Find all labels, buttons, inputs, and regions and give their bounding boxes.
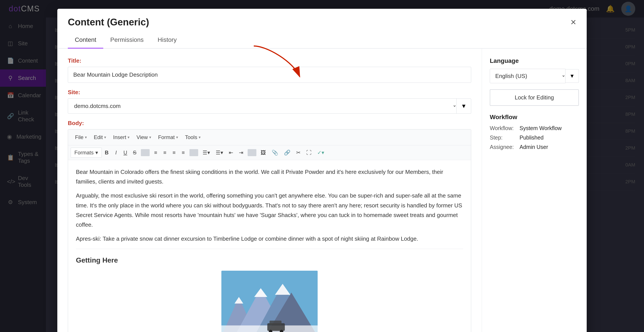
rte-media-button[interactable]: 📎 <box>269 148 281 157</box>
rte-paragraph-2: Arguably, the most exclusive ski resort … <box>76 191 463 230</box>
rte-unlink-button[interactable]: ✂ <box>294 148 303 157</box>
chevron-down-icon: ▾ <box>96 149 98 156</box>
rte-toolbar: Formats ▾ B I U S ≡ ≡ ≡ ≡ ☰▾ <box>68 145 471 160</box>
rte-outdent-button[interactable]: ⇤ <box>226 148 236 157</box>
rte-menubar: File ▾ Edit ▾ Insert ▾ View <box>68 129 471 145</box>
workflow-row-assignee: Assignee: Admin User <box>490 144 579 150</box>
rte-ordered-list-button[interactable]: ☰▾ <box>213 148 226 157</box>
assignee-value: Admin User <box>520 144 548 150</box>
chevron-down-icon: ▾ <box>85 135 87 140</box>
title-field-group: Title: <box>68 57 471 89</box>
lock-for-editing-button[interactable]: Lock for Editing <box>490 89 579 106</box>
site-field-label: Site: <box>68 89 471 96</box>
language-select-wrapper: English (US) ▼ <box>490 69 579 83</box>
tab-content[interactable]: Content <box>68 32 103 49</box>
rich-text-editor: File ▾ Edit ▾ Insert ▾ View <box>68 129 471 332</box>
rte-align-left-button[interactable]: ≡ <box>152 148 160 157</box>
step-label: Step: <box>490 134 516 141</box>
language-section-title: Language <box>490 57 579 64</box>
site-select-row: demo.dotcms.com ▼ <box>68 98 471 114</box>
rte-paragraph-1: Bear Mountain in Colorado offers the fin… <box>76 167 463 186</box>
chevron-down-icon: ▾ <box>104 135 106 140</box>
rte-menu-format[interactable]: Format ▾ <box>155 132 182 142</box>
modal-tabs: Content Permissions History <box>57 32 587 49</box>
rte-strikethrough-button[interactable]: S <box>130 148 139 157</box>
rte-underline-button[interactable]: U <box>121 148 130 157</box>
modal-title: Content (Generic) <box>68 17 149 28</box>
workflow-value: System Workflow <box>520 125 562 131</box>
rte-menu-insert[interactable]: Insert ▾ <box>110 132 133 142</box>
language-arrow-icon[interactable]: ▼ <box>566 69 579 83</box>
form-area: Title: Site: demo.dotcms.com ▼ Body: <box>57 49 482 332</box>
rte-align-justify-button[interactable]: ≡ <box>179 148 188 157</box>
rte-link-button[interactable]: 🔗 <box>281 148 293 157</box>
tab-history[interactable]: History <box>151 32 184 49</box>
workflow-row-step: Step: Published <box>490 134 579 141</box>
rte-image-container <box>76 271 463 332</box>
modal-header: Content (Generic) × <box>57 9 587 32</box>
rte-italic-button[interactable]: I <box>112 148 120 157</box>
content-sidebar-panel: Language English (US) ▼ Lock for Editing… <box>482 49 587 332</box>
chevron-down-icon: ▾ <box>128 135 130 140</box>
rte-paragraph-3: Apres-ski: Take a private snow cat dinne… <box>76 234 463 244</box>
svg-rect-10 <box>270 321 282 325</box>
rte-spellcheck-button[interactable]: ✓▾ <box>314 148 327 157</box>
chevron-down-icon: ▾ <box>198 135 200 140</box>
rte-content-area[interactable]: Bear Mountain in Colorado offers the fin… <box>68 160 471 332</box>
rte-fullscreen-button[interactable]: ⛶ <box>304 148 314 157</box>
workflow-label: Workflow: <box>490 125 516 131</box>
toolbar-separator <box>190 149 198 156</box>
title-input[interactable] <box>68 67 471 83</box>
chevron-down-icon: ▾ <box>176 135 178 140</box>
tab-permissions[interactable]: Permissions <box>103 32 150 49</box>
assignee-label: Assignee: <box>490 144 516 150</box>
modal-body: Title: Site: demo.dotcms.com ▼ Body: <box>57 49 587 332</box>
step-value: Published <box>520 134 544 141</box>
workflow-section-title: Workflow <box>490 114 579 121</box>
site-field-group: Site: demo.dotcms.com ▼ <box>68 89 471 114</box>
body-field-group: Body: File ▾ Edit ▾ Insert <box>68 120 471 332</box>
body-field-label: Body: <box>68 120 471 127</box>
modal-close-button[interactable]: × <box>570 17 576 27</box>
rte-menu-file[interactable]: File ▾ <box>72 132 90 142</box>
rte-menu-tools[interactable]: Tools ▾ <box>182 132 204 142</box>
rte-align-right-button[interactable]: ≡ <box>170 148 178 157</box>
rte-menu-edit[interactable]: Edit ▾ <box>90 132 110 142</box>
language-select[interactable]: English (US) <box>490 69 566 83</box>
rte-heading-getting-here: Getting Here <box>76 254 463 266</box>
rte-formats-button[interactable]: Formats ▾ <box>71 148 102 158</box>
workflow-row-workflow: Workflow: System Workflow <box>490 125 579 131</box>
mountain-scene-svg <box>222 271 318 332</box>
rte-image-button[interactable]: 🖼 <box>258 148 268 157</box>
site-select[interactable]: demo.dotcms.com <box>68 98 456 114</box>
title-field-label: Title: <box>68 57 471 64</box>
chevron-down-icon: ▾ <box>149 135 151 140</box>
rte-align-center-button[interactable]: ≡ <box>160 148 169 157</box>
site-select-arrow-icon[interactable]: ▼ <box>456 99 471 114</box>
lodge-image <box>222 271 318 332</box>
rte-menu-view[interactable]: View ▾ <box>133 132 155 142</box>
toolbar-separator <box>141 149 150 156</box>
rte-bold-button[interactable]: B <box>102 148 111 157</box>
rte-unordered-list-button[interactable]: ☰▾ <box>200 148 212 157</box>
toolbar-separator <box>248 149 256 156</box>
rte-indent-button[interactable]: ⇥ <box>236 148 246 157</box>
content-modal: Content (Generic) × Content Permissions … <box>57 9 587 332</box>
